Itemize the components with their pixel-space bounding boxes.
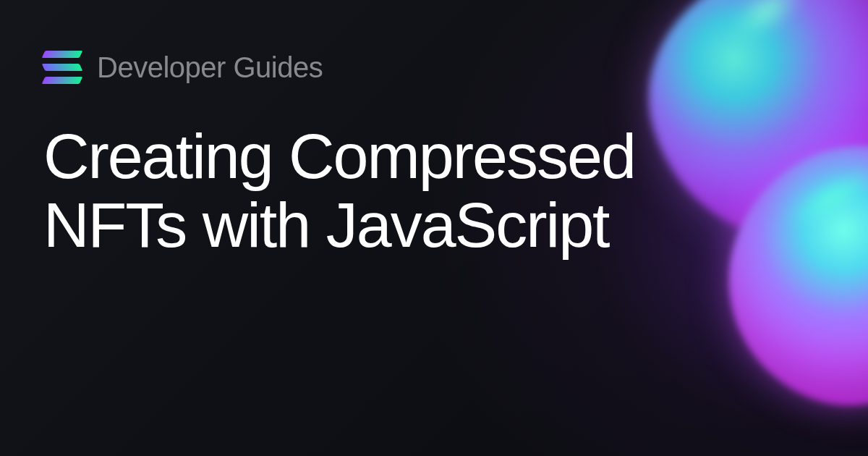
content-area: Developer Guides Creating Compressed NFT… xyxy=(0,0,868,310)
header: Developer Guides xyxy=(43,51,825,84)
solana-logo-icon xyxy=(43,51,81,84)
page-title: Creating Compressed NFTs with JavaScript xyxy=(43,122,731,259)
page-category: Developer Guides xyxy=(97,51,323,84)
